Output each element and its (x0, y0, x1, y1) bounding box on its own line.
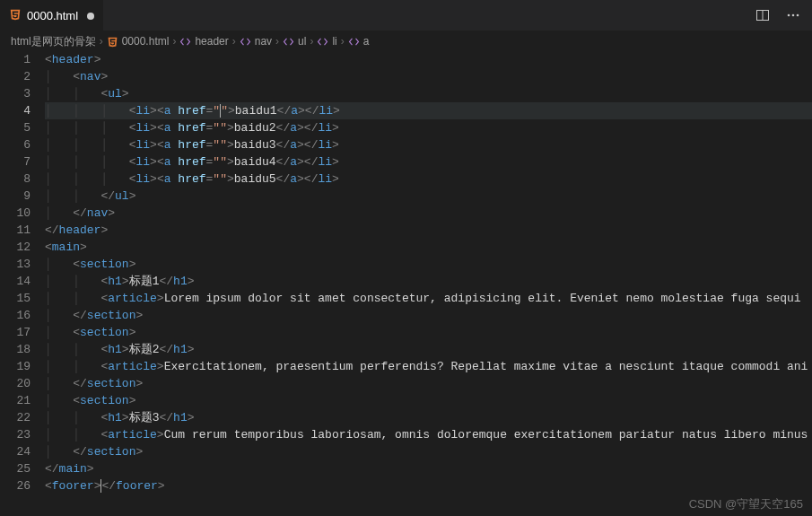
code-line[interactable]: │ <section> (45, 392, 812, 409)
line-number[interactable]: 4 (0, 102, 31, 119)
line-number[interactable]: 14 (0, 273, 31, 290)
line-number[interactable]: 26 (0, 477, 31, 494)
code-area[interactable]: <header>│ <nav>│ │ <ul>│ │ │ <li><a href… (45, 51, 812, 516)
line-number[interactable]: 22 (0, 409, 31, 426)
html-file-icon (107, 36, 118, 48)
breadcrumb-nav[interactable]: nav (255, 35, 272, 48)
editor-tab[interactable]: 0000.html (0, 0, 103, 31)
code-line[interactable]: │ │ <article>Cum rerum temporibus labori… (45, 426, 812, 443)
code-line[interactable]: │ │ │ <li><a href="">baidu5</a></li> (45, 171, 812, 188)
line-number[interactable]: 2 (0, 68, 31, 85)
line-number[interactable]: 21 (0, 392, 31, 409)
line-number[interactable]: 19 (0, 358, 31, 375)
line-number[interactable]: 18 (0, 341, 31, 358)
code-line[interactable]: </header> (45, 222, 812, 239)
chevron-right-icon: › (100, 35, 103, 48)
code-line[interactable]: │ <nav> (45, 68, 812, 85)
watermark: CSDN @守望天空165 (689, 496, 803, 512)
line-number[interactable]: 8 (0, 171, 31, 188)
code-line[interactable]: │ │ <h1>标题1</h1> (45, 273, 812, 290)
breadcrumb-ul[interactable]: ul (298, 35, 306, 48)
code-line[interactable]: │ <section> (45, 324, 812, 341)
code-line[interactable]: │ │ │ <li><a href="">baidu3</a></li> (45, 136, 812, 153)
code-line[interactable]: │ │ │ <li><a href="">baidu1</a></li> (45, 102, 812, 119)
breadcrumb-file[interactable]: 0000.html (122, 35, 170, 48)
line-number[interactable]: 7 (0, 153, 31, 171)
tab-bar-left: 0000.html (0, 0, 103, 31)
line-number[interactable]: 25 (0, 460, 31, 477)
split-editor-icon[interactable] (753, 5, 773, 25)
code-line[interactable]: │ │ <article>Lorem ipsum dolor sit amet … (45, 290, 812, 307)
chevron-right-icon: › (341, 35, 345, 48)
html-file-icon (9, 8, 22, 24)
code-line[interactable]: <foorer></foorer> (45, 477, 812, 494)
tab-bar-actions (753, 5, 812, 25)
code-line[interactable]: │ │ </ul> (45, 188, 812, 205)
code-line[interactable]: │ │ <h1>标题2</h1> (45, 341, 812, 358)
line-number[interactable]: 13 (0, 256, 31, 273)
code-line[interactable]: </main> (45, 460, 812, 477)
code-line[interactable]: │ </section> (45, 307, 812, 324)
line-number[interactable]: 5 (0, 119, 31, 136)
more-actions-icon[interactable] (783, 5, 803, 25)
line-number[interactable]: 9 (0, 188, 31, 205)
line-number[interactable]: 6 (0, 136, 31, 153)
code-line[interactable]: <main> (45, 239, 812, 256)
code-line[interactable]: │ │ <h1>标题3</h1> (45, 409, 812, 426)
line-number[interactable]: 17 (0, 324, 31, 341)
code-line[interactable]: <header> (45, 51, 812, 68)
line-number[interactable]: 3 (0, 85, 31, 102)
svg-point-3 (792, 14, 795, 17)
breadcrumb-root[interactable]: html是网页的骨架 (11, 34, 96, 49)
code-line[interactable]: │ │ <ul> (45, 85, 812, 102)
code-line[interactable]: │ <section> (45, 256, 812, 273)
line-number[interactable]: 11 (0, 222, 31, 239)
svg-point-2 (788, 14, 790, 17)
line-number[interactable]: 12 (0, 239, 31, 256)
line-number[interactable]: 20 (0, 375, 31, 392)
chevron-right-icon: › (172, 35, 176, 48)
breadcrumb[interactable]: html是网页的骨架 › 0000.html › header › nav › … (0, 31, 812, 51)
breadcrumb-a[interactable]: a (363, 35, 370, 48)
tab-bar: 0000.html (0, 0, 812, 31)
breadcrumb-li[interactable]: li (332, 35, 336, 48)
symbol-tag-icon (240, 36, 251, 48)
line-number[interactable]: 24 (0, 443, 31, 460)
tab-title: 0000.html (27, 9, 78, 22)
line-number[interactable]: 23 (0, 426, 31, 443)
code-line[interactable]: │ </nav> (45, 205, 812, 222)
code-line[interactable]: │ │ <article>Exercitationem, praesentium… (45, 358, 812, 375)
symbol-tag-icon (283, 36, 294, 48)
line-number[interactable]: 10 (0, 205, 31, 222)
code-line[interactable]: │ </section> (45, 443, 812, 460)
tab-dirty-indicator (87, 13, 94, 20)
code-line[interactable]: │ </section> (45, 375, 812, 392)
chevron-right-icon: › (275, 35, 279, 48)
line-number[interactable]: 15 (0, 290, 31, 307)
chevron-right-icon: › (232, 35, 236, 48)
editor: 1234567891011121314151617181920212223242… (0, 51, 812, 516)
line-number-gutter[interactable]: 1234567891011121314151617181920212223242… (0, 51, 45, 516)
svg-point-4 (797, 14, 799, 17)
breadcrumb-header[interactable]: header (195, 35, 228, 48)
chevron-right-icon: › (310, 35, 313, 48)
line-number[interactable]: 1 (0, 51, 31, 68)
line-number[interactable]: 16 (0, 307, 31, 324)
symbol-tag-icon (317, 36, 328, 48)
symbol-tag-icon (179, 36, 191, 48)
code-line[interactable]: │ │ │ <li><a href="">baidu2</a></li> (45, 119, 812, 136)
symbol-tag-icon (348, 36, 360, 48)
code-line[interactable]: │ │ │ <li><a href="">baidu4</a></li> (45, 153, 812, 171)
